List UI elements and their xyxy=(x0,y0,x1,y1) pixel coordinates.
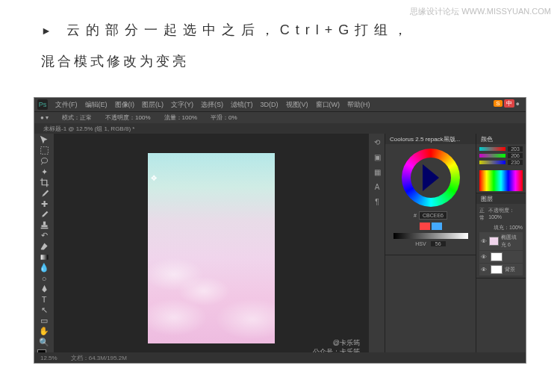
b-value[interactable]: 230 xyxy=(508,160,523,165)
eye-icon[interactable]: 👁 xyxy=(481,238,487,245)
healing-tool[interactable]: ✚ xyxy=(36,199,52,208)
instruction-line1: 云的部分一起选中之后，Ctrl+G打组， xyxy=(66,22,414,37)
lasso-tool[interactable] xyxy=(36,156,52,166)
swatch-2[interactable] xyxy=(432,223,442,230)
document-tab-bar: 未标题-1 @ 12.5% (组 1, RGB/8) * xyxy=(34,123,526,134)
grayscale-bar[interactable] xyxy=(393,233,468,239)
tools-panel: ✦ ✚ ↶ 💧 ○ T ↖ ▭ ✋ 🔍 xyxy=(34,134,54,363)
cursor-icon: ✥ xyxy=(151,174,157,182)
move-tool[interactable] xyxy=(36,135,52,145)
menu-edit[interactable]: 编辑(E) xyxy=(85,100,108,110)
blur-tool[interactable]: 💧 xyxy=(36,263,52,273)
zoom-level[interactable]: 12.5% xyxy=(40,355,57,361)
layer-name: 椭圆填充 6 xyxy=(501,234,521,249)
shape-tool[interactable]: ▭ xyxy=(36,316,52,326)
gradient-tool[interactable] xyxy=(36,252,52,262)
color-wheel[interactable] xyxy=(402,149,460,207)
history-brush-tool[interactable]: ↶ xyxy=(36,231,52,240)
document-tab[interactable]: 未标题-1 @ 12.5% (组 1, RGB/8) * xyxy=(43,125,134,133)
color-wheel-panel: #CBCEE6 HSV56 xyxy=(385,144,476,255)
marquee-tool[interactable] xyxy=(36,146,52,155)
ime-indicator: S 中 ● xyxy=(494,99,520,108)
menubar: Ps 文件(F) 编辑(E) 图像(I) 图层(L) 文字(Y) 选择(S) 滤… xyxy=(34,98,526,111)
r-slider[interactable] xyxy=(479,147,505,151)
collapsed-panels: ⟲ ▣ ▦ A ¶ xyxy=(369,134,385,363)
opt-opacity[interactable]: 不透明度：100% xyxy=(105,113,150,122)
hex-input[interactable]: CBCEE6 xyxy=(419,211,447,220)
opt-mode-value[interactable]: 正常 xyxy=(80,114,92,121)
char-icon[interactable]: A xyxy=(370,180,384,193)
r-value[interactable]: 203 xyxy=(508,146,523,152)
right-panels: ⟲ ▣ ▦ A ¶ Coolorus 2.5 repack黑版... #CBCE… xyxy=(369,134,526,363)
ime-badge[interactable]: S xyxy=(494,100,502,107)
pen-tool[interactable] xyxy=(36,284,52,293)
menu-image[interactable]: 图像(I) xyxy=(115,100,135,110)
brush-preset-icon[interactable]: ● ▾ xyxy=(40,114,49,121)
canvas-area[interactable]: ✥ @卡乐筠公众号：卡乐筠 xyxy=(54,134,369,363)
layers-tab[interactable]: 图层 xyxy=(476,193,526,204)
svg-rect-3 xyxy=(41,225,47,226)
watermark: 思缘设计论坛 WWW.MISSYUAN.COM xyxy=(410,6,551,17)
zoom-tool[interactable]: 🔍 xyxy=(36,337,52,346)
svg-rect-0 xyxy=(40,147,48,155)
opt-flow[interactable]: 流量：100% xyxy=(164,113,197,122)
menu-view[interactable]: 视图(V) xyxy=(286,100,308,110)
blend-mode-select[interactable]: 正常 xyxy=(479,207,488,222)
layer-name: 背景 xyxy=(505,266,515,273)
svg-point-1 xyxy=(41,158,47,163)
b-slider[interactable] xyxy=(479,161,505,164)
menu-select[interactable]: 选择(S) xyxy=(201,100,223,110)
options-bar: ● ▾ 模式：正常 不透明度：100% 流量：100% 平滑：0% xyxy=(34,111,526,123)
eye-icon[interactable]: 👁 xyxy=(481,267,488,273)
canvas[interactable]: ✥ xyxy=(148,153,275,343)
dodge-tool[interactable]: ○ xyxy=(36,273,52,283)
svg-rect-2 xyxy=(43,222,45,225)
menu-3d[interactable]: 3D(D) xyxy=(261,101,279,108)
instruction-line2: 混合模式修改为变亮 xyxy=(41,52,519,70)
history-icon[interactable]: ⟲ xyxy=(370,135,384,149)
hsv-label: HSV xyxy=(415,241,426,246)
hash-icon: # xyxy=(414,213,417,218)
spectrum-picker[interactable] xyxy=(479,170,523,191)
color-tab[interactable]: 颜色 xyxy=(476,134,526,144)
layer-row[interactable]: 👁 xyxy=(479,251,523,263)
g-slider[interactable] xyxy=(479,154,505,158)
svg-rect-4 xyxy=(40,228,48,229)
svg-rect-5 xyxy=(40,255,48,260)
menu-window[interactable]: 窗口(W) xyxy=(316,100,340,110)
coolorus-tab[interactable]: Coolorus 2.5 repack黑版... xyxy=(385,134,476,144)
crop-tool[interactable] xyxy=(36,178,52,187)
swatches-icon[interactable]: ▦ xyxy=(370,165,384,178)
bullet-icon: ► xyxy=(41,25,57,37)
ime-dot-icon: ● xyxy=(516,100,520,108)
eye-icon[interactable]: 👁 xyxy=(481,254,488,261)
magic-wand-tool[interactable]: ✦ xyxy=(36,167,52,177)
brush-tool[interactable] xyxy=(36,210,52,220)
g-value[interactable]: 206 xyxy=(508,153,523,158)
opt-smooth[interactable]: 平滑：0% xyxy=(211,113,237,122)
hand-tool[interactable]: ✋ xyxy=(36,326,52,336)
ime-lang[interactable]: 中 xyxy=(504,99,514,108)
layer-opacity[interactable]: 不透明度：100% xyxy=(488,207,523,222)
eraser-tool[interactable] xyxy=(36,241,52,251)
brush-preset-icon[interactable]: ▣ xyxy=(370,150,384,164)
menu-help[interactable]: 帮助(H) xyxy=(347,100,370,110)
swatch-1[interactable] xyxy=(420,223,430,230)
doc-size: 文档：64.3M/195.2M xyxy=(71,354,127,362)
layer-row[interactable]: 👁椭圆填充 6 xyxy=(479,232,523,250)
eyedropper-tool[interactable] xyxy=(36,188,52,198)
opt-mode-label: 模式： xyxy=(62,114,80,121)
ps-logo-icon[interactable]: Ps xyxy=(37,99,48,110)
para-icon[interactable]: ¶ xyxy=(370,195,384,208)
layer-row[interactable]: 👁背景 xyxy=(479,264,523,276)
type-tool[interactable]: T xyxy=(36,295,52,305)
menu-filter[interactable]: 滤镜(T) xyxy=(231,100,253,110)
menu-file[interactable]: 文件(F) xyxy=(55,100,78,110)
menu-layer[interactable]: 图层(L) xyxy=(142,100,164,110)
layer-fill[interactable]: 填充：100% xyxy=(494,225,523,230)
stamp-tool[interactable] xyxy=(36,220,52,230)
path-tool[interactable]: ↖ xyxy=(36,305,52,315)
color-triangle[interactable] xyxy=(423,164,439,191)
s-value[interactable]: 56 xyxy=(431,241,446,246)
menu-type[interactable]: 文字(Y) xyxy=(171,100,193,110)
